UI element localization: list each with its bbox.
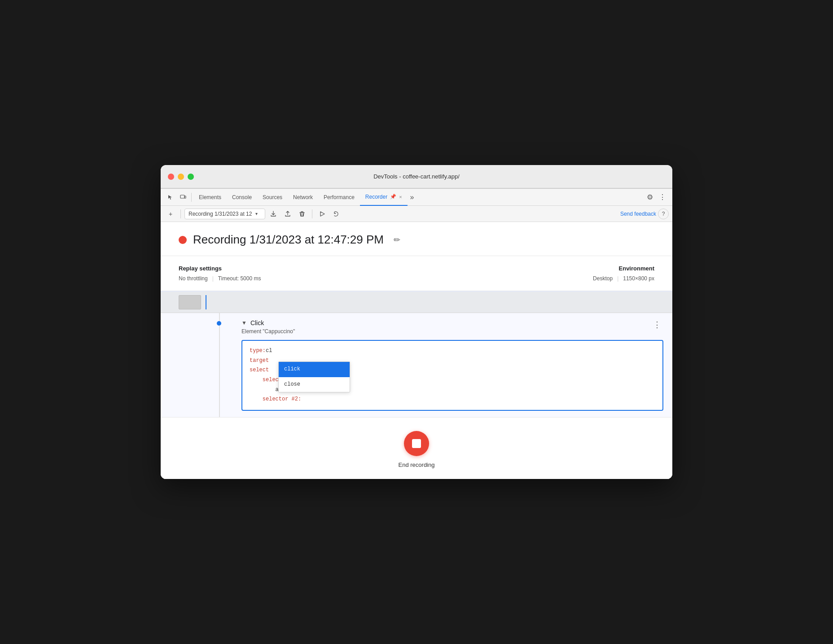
recording-header: Recording 1/31/2023 at 12:47:29 PM ✏: [161, 222, 672, 256]
more-tabs-button[interactable]: »: [408, 193, 417, 201]
step-area: ▼ Click Element "Cappuccino" type: cl ta: [161, 291, 672, 417]
step-row: ▼ Click Element "Cappuccino" type: cl ta: [161, 313, 672, 417]
add-recording-button[interactable]: +: [164, 208, 177, 220]
autocomplete-item-close[interactable]: close: [279, 377, 350, 392]
tab-console[interactable]: Console: [227, 189, 257, 206]
more-options-icon[interactable]: ⋮: [656, 191, 669, 204]
settings-separator-1: |: [212, 275, 214, 282]
type-value: cl: [266, 346, 272, 356]
code-line-selector2-header: selector #2:: [250, 395, 655, 405]
step-more-options-button[interactable]: ⋮: [651, 318, 663, 331]
step-dot: [217, 321, 221, 326]
traffic-lights: [168, 174, 194, 180]
throttling-value: No throttling: [179, 275, 208, 282]
replay-settings-label: Replay settings: [179, 265, 261, 272]
edit-title-icon[interactable]: ✏: [394, 235, 400, 245]
target-key: target: [250, 356, 269, 366]
title-bar: DevTools - coffee-cart.netlify.app/: [161, 165, 672, 188]
selector2-label: selector #2:: [250, 395, 301, 405]
screenshot-bar: [161, 292, 672, 313]
screenshot-thumbnail: [179, 295, 201, 309]
environment-label: Environment: [593, 265, 654, 272]
tab-sources[interactable]: Sources: [257, 189, 288, 206]
step-element-detail: Element "Cappuccino": [241, 328, 663, 335]
step-collapse-icon[interactable]: ▼: [241, 320, 247, 326]
stop-icon: [412, 439, 421, 448]
recording-selector[interactable]: Recording 1/31/2023 at 12 ▾: [184, 209, 265, 219]
toolbar: + Recording 1/31/2023 at 12 ▾: [161, 206, 672, 222]
autocomplete-dropdown: click close: [278, 361, 350, 392]
tab-bar: Elements Console Sources Network Perform…: [161, 189, 672, 206]
minimize-window-button[interactable]: [178, 174, 184, 180]
step-content: ▼ Click Element "Cappuccino" type: cl ta: [241, 319, 663, 411]
environment-group: Environment Desktop | 1150×800 px: [593, 265, 654, 282]
code-editor[interactable]: type: cl target select selector #1:: [241, 340, 663, 411]
code-line-type: type: cl: [250, 346, 655, 356]
devtools-body: Elements Console Sources Network Perform…: [161, 188, 672, 479]
help-button[interactable]: ?: [658, 209, 669, 219]
export-recording-button[interactable]: [267, 208, 280, 220]
recording-title: Recording 1/31/2023 at 12:47:29 PM: [193, 233, 384, 247]
tab-network[interactable]: Network: [288, 189, 318, 206]
autocomplete-item-click[interactable]: click: [279, 362, 350, 377]
cursor-icon[interactable]: [164, 191, 177, 204]
environment-values: Desktop | 1150×800 px: [593, 275, 654, 282]
timeline-line: [219, 313, 220, 417]
window-title: DevTools - coffee-cart.netlify.app/: [373, 173, 460, 180]
close-recorder-tab[interactable]: ×: [399, 194, 402, 200]
settings-separator-2: |: [617, 275, 618, 282]
main-content: Recording 1/31/2023 at 12:47:29 PM ✏ Rep…: [161, 222, 672, 479]
toolbar-divider-2: [312, 209, 312, 218]
tab-recorder[interactable]: Recorder 📌 ×: [360, 189, 408, 206]
maximize-window-button[interactable]: [188, 174, 194, 180]
svg-rect-1: [184, 196, 186, 198]
viewport-value: 1150×800 px: [623, 275, 654, 282]
delete-recording-button[interactable]: [296, 208, 308, 220]
svg-rect-0: [180, 195, 184, 198]
toolbar-divider-1: [180, 209, 181, 218]
type-key: type:: [250, 346, 266, 356]
step-recording-button[interactable]: [330, 208, 343, 220]
send-feedback-link[interactable]: Send feedback: [620, 211, 656, 217]
selectors-key: select: [250, 366, 269, 375]
desktop-value: Desktop: [593, 275, 613, 282]
tab-performance[interactable]: Performance: [318, 189, 360, 206]
settings-icon[interactable]: ⚙: [644, 191, 656, 204]
recording-indicator: [179, 236, 187, 244]
dropdown-chevron-icon: ▾: [255, 211, 258, 216]
tab-elements[interactable]: Elements: [193, 189, 227, 206]
end-recording-area: End recording: [161, 417, 672, 479]
replay-recording-button[interactable]: [316, 208, 329, 220]
stop-recording-button[interactable]: [404, 431, 429, 456]
settings-row: Replay settings No throttling | Timeout:…: [161, 256, 672, 291]
replay-settings-group: Replay settings No throttling | Timeout:…: [179, 265, 261, 282]
timeout-value: Timeout: 5000 ms: [218, 275, 261, 282]
device-toggle-icon[interactable]: [177, 191, 189, 204]
timeline-indicator: [206, 295, 206, 309]
step-header-row: ▼ Click: [241, 319, 663, 326]
replay-settings-values: No throttling | Timeout: 5000 ms: [179, 275, 261, 282]
step-name: Click: [250, 319, 264, 326]
import-recording-button[interactable]: [281, 208, 294, 220]
devtools-window: DevTools - coffee-cart.netlify.app/ Elem…: [161, 165, 672, 479]
close-window-button[interactable]: [168, 174, 174, 180]
end-recording-label: End recording: [399, 461, 435, 468]
tab-divider-1: [191, 193, 192, 202]
